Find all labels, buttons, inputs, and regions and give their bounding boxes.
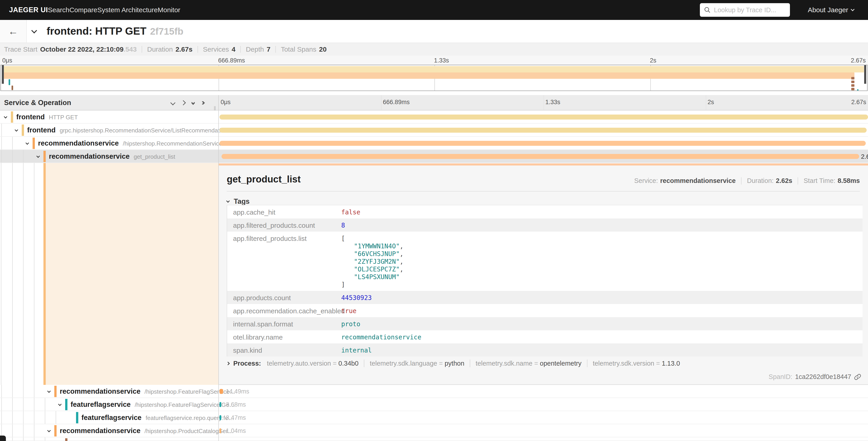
- start-time-value: 8.58ms: [838, 177, 860, 184]
- span-duration-bar[interactable]: [219, 402, 221, 407]
- app-logo[interactable]: JAEGER UI: [9, 6, 48, 14]
- operation-name: get_product_list: [134, 153, 175, 160]
- span-row[interactable]: frontendHTTP GET: [0, 111, 868, 124]
- minimap-span-tick: [857, 89, 859, 91]
- tag-row[interactable]: internal.span.formatproto: [227, 317, 863, 330]
- span-duration-bar[interactable]: [219, 415, 221, 420]
- span-row[interactable]: recommendationservice/hipstershop.Produc…: [0, 424, 868, 437]
- process-tag-value: 1.13.0: [662, 360, 680, 367]
- trace-start-ms: .543: [124, 46, 137, 53]
- trace-id-short: 2f715fb: [150, 26, 183, 37]
- collapse-span-chevron-icon[interactable]: [47, 389, 51, 393]
- collapse-span-chevron-icon[interactable]: [58, 403, 62, 406]
- span-row[interactable]: recommendationserviceget_product_list2.6…: [0, 150, 868, 163]
- service-color-swatch: [54, 386, 57, 397]
- span-row[interactable]: recommendationservice/hipstershop.Recomm…: [0, 137, 868, 150]
- expand-one-icon[interactable]: [182, 101, 185, 105]
- tag-value: internal: [341, 346, 372, 354]
- span-duration-text: 3.47ms: [226, 414, 246, 421]
- minimap-span-tick: [851, 84, 855, 87]
- span-duration-bar[interactable]: [219, 128, 867, 133]
- minimap-right-drag-handle[interactable]: [864, 65, 866, 84]
- chevron-right-icon: [226, 361, 230, 365]
- tag-row[interactable]: app.cache_hitfalse: [227, 205, 863, 218]
- tag-row[interactable]: app.recommendation.cache_enabledtrue: [227, 304, 863, 317]
- tag-row[interactable]: app.filtered_products.count8: [227, 218, 863, 232]
- minimap-left-drag-handle[interactable]: [2, 65, 4, 84]
- service-name: recommendationservice/hipstershop.Produc…: [60, 427, 234, 435]
- minimap-span-tick: [9, 79, 10, 85]
- collapse-trace-chevron-icon[interactable]: [31, 28, 37, 33]
- about-jaeger-menu[interactable]: About Jaeger: [808, 0, 854, 20]
- minimap-span-bar: [2, 72, 855, 79]
- span-detail-panel: get_product_list Service:recommendations…: [219, 163, 868, 385]
- trace-summary-bar: Trace Start October 22 2022, 22:10:09 .5…: [0, 43, 868, 56]
- expand-all-icon[interactable]: [201, 101, 204, 104]
- span-bar-accent: [219, 164, 868, 166]
- span-duration-text: 3.68ms: [226, 401, 246, 408]
- service-color-swatch: [65, 399, 67, 410]
- depth-label: Depth: [246, 46, 264, 53]
- span-row[interactable]: frontendgrpc.hipstershop.RecommendationS…: [0, 124, 868, 137]
- tag-key: app.recommendation.cache_enabled: [233, 307, 341, 315]
- tag-value: 8: [341, 221, 345, 229]
- operation-name: grpc.hipstershop.RecommendationService/L…: [60, 127, 230, 134]
- scroll-helper-button[interactable]: [0, 436, 6, 441]
- service-color-swatch: [65, 438, 67, 441]
- trace-title-text: frontend: HTTP GET: [46, 25, 146, 37]
- service-name: featureflagservicefeatureflagservice.rep…: [82, 414, 234, 422]
- span-row[interactable]: [0, 437, 868, 441]
- nav-item-monitor[interactable]: Monitor: [158, 6, 180, 14]
- tags-section-label: Tags: [234, 198, 250, 206]
- span-row[interactable]: featureflagservice/hipstershop.FeatureFl…: [0, 398, 868, 411]
- process-row[interactable]: Process: telemetry.auto.version=0.34b0te…: [227, 359, 680, 367]
- nav-item-system-architecture[interactable]: System Architecture: [97, 6, 158, 14]
- span-duration-bar[interactable]: [219, 428, 221, 433]
- span-duration-bar[interactable]: [221, 154, 859, 159]
- trace-id-search-box[interactable]: [700, 3, 790, 17]
- trace-minimap[interactable]: [0, 65, 868, 91]
- minimap-tick-label: 1.33s: [434, 57, 449, 64]
- tag-key: app.cache_hit: [233, 208, 341, 216]
- tag-row[interactable]: span.kindinternal: [227, 344, 863, 357]
- collapse-all-icon[interactable]: [171, 101, 175, 105]
- trace-id-search-input[interactable]: [714, 6, 786, 14]
- timeline-header: Service & Operation ‖ 0μs666.89ms1.33s2s…: [0, 95, 868, 111]
- span-id-label: SpanID:: [769, 373, 793, 381]
- collapse-span-chevron-icon[interactable]: [36, 154, 40, 158]
- nav-item-search[interactable]: Search: [48, 6, 69, 14]
- top-nav: JAEGER UI Search Compare System Architec…: [0, 0, 868, 20]
- span-duration-text: 14.49ms: [226, 388, 249, 395]
- span-row[interactable]: recommendationservice/hipstershop.Featur…: [0, 385, 868, 398]
- tag-key: span.kind: [233, 346, 341, 354]
- service-color-swatch: [11, 111, 13, 123]
- trace-start-label: Trace Start: [4, 46, 37, 53]
- tags-section-toggle[interactable]: Tags: [227, 198, 250, 206]
- search-icon: [704, 6, 711, 13]
- collapse-span-chevron-icon[interactable]: [4, 115, 7, 119]
- collapse-span-chevron-icon[interactable]: [26, 141, 29, 145]
- back-button[interactable]: ←: [0, 20, 27, 42]
- column-divider[interactable]: [218, 95, 219, 441]
- process-tag-key: telemetry.sdk.name: [476, 360, 532, 367]
- collapse-span-chevron-icon[interactable]: [47, 429, 51, 432]
- process-tag-key: telemetry.sdk.version: [593, 360, 654, 367]
- link-icon[interactable]: [854, 373, 861, 381]
- nav-item-compare[interactable]: Compare: [69, 6, 97, 14]
- service-operation-header: Service & Operation: [4, 99, 71, 107]
- tag-row[interactable]: app.products.count44530923: [227, 291, 863, 304]
- minimap-tick-label: 2s: [650, 57, 656, 64]
- span-row[interactable]: featureflagservicefeatureflagservice.rep…: [0, 411, 868, 424]
- service-color-swatch: [33, 138, 35, 149]
- span-duration-bar[interactable]: [219, 141, 866, 146]
- tag-row[interactable]: app.filtered_products.list["1YMWWN1N4O",…: [227, 232, 863, 291]
- collapse-span-chevron-icon[interactable]: [15, 128, 18, 132]
- span-duration-bar[interactable]: [219, 389, 223, 394]
- minimap-span-tick: [851, 77, 855, 80]
- tag-row[interactable]: otel.library.namerecommendationservice: [227, 330, 863, 344]
- service-color-swatch: [76, 412, 78, 423]
- span-duration-bar[interactable]: [219, 115, 868, 120]
- tag-key: app.filtered_products.list: [233, 234, 341, 242]
- collapse-deep-icon[interactable]: [192, 101, 194, 105]
- timeline-tick-label: 2s: [708, 99, 714, 106]
